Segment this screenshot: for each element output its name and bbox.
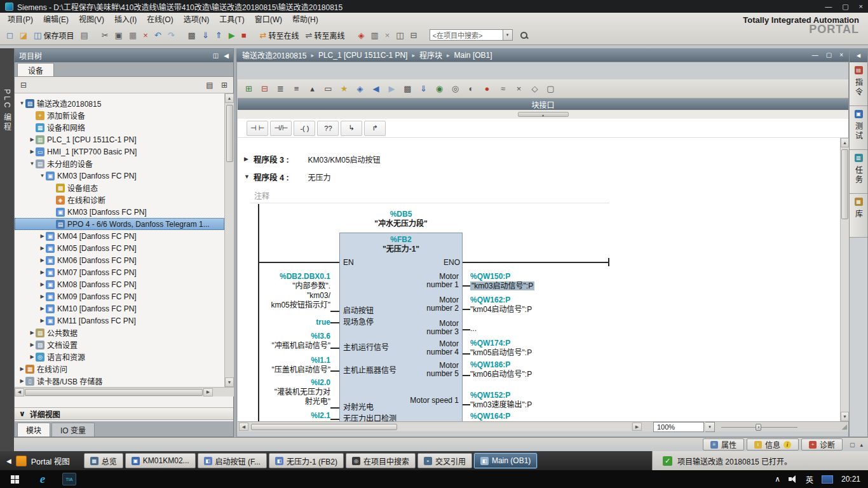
- open-editor-button[interactable]: ◧ 启动按钮 (F...: [198, 453, 267, 468]
- minimize-icon[interactable]: —: [825, 3, 832, 11]
- network-4-comment[interactable]: 无压力: [308, 172, 331, 182]
- tree-item[interactable]: ▶ ▣ KM11 [Danfoss FC PN]: [15, 315, 224, 327]
- resize-grip-icon[interactable]: ◢: [842, 423, 847, 431]
- menu-item[interactable]: 编辑(E): [38, 13, 74, 24]
- tree-item[interactable]: ▶ ▣ KM07 [Danfoss FC PN]: [15, 266, 224, 278]
- tree-expander-icon[interactable]: ▶: [29, 137, 36, 142]
- ime-icon[interactable]: [822, 475, 833, 484]
- go-online-button[interactable]: ⇄ 转至在线: [257, 27, 302, 43]
- scroll-left-icon[interactable]: ◀: [239, 423, 248, 431]
- output-operand-address[interactable]: %QW150:P: [470, 272, 510, 281]
- detail-tab[interactable]: IO 变量: [51, 423, 95, 437]
- tree-vertical-scrollbar[interactable]: ▲ ▼: [224, 93, 234, 387]
- detach-editor-icon[interactable]: ▢: [543, 81, 558, 96]
- tree-item[interactable]: ▤ PPO 4 - 6/6 Words, Danfoss Telegram 1.…: [15, 218, 224, 230]
- scroll-up-icon[interactable]: ▲: [225, 93, 234, 103]
- scroll-down-icon[interactable]: ▼: [841, 412, 849, 421]
- menu-item[interactable]: 帮助(H): [287, 13, 323, 24]
- tree-item[interactable]: ▶ ▣ KM04 [Danfoss FC PN]: [15, 230, 224, 242]
- contact-no-icon[interactable]: ⊣ ⊢: [247, 121, 268, 136]
- cross-reference-icon[interactable]: ×: [512, 81, 526, 96]
- detail-tab[interactable]: 模块: [17, 423, 50, 437]
- snapshot-icon[interactable]: ◎: [448, 81, 463, 96]
- menu-item[interactable]: 视图(V): [74, 13, 109, 24]
- zoom-level-value[interactable]: 100%: [653, 422, 704, 432]
- scroll-up-icon[interactable]: ▲: [841, 138, 849, 147]
- go-offline-button[interactable]: ⇌ 转至离线: [303, 27, 348, 43]
- tree-expander-icon[interactable]: ▶: [39, 233, 46, 239]
- network-expander-icon[interactable]: ▶: [244, 156, 254, 162]
- tree-expander-icon[interactable]: ▶: [29, 330, 36, 336]
- inspector-tab[interactable]: + 诊断: [801, 438, 843, 451]
- task-card-collapse-icon[interactable]: ◀: [850, 49, 867, 62]
- input-operand-name[interactable]: "灌装机无压力对: [248, 388, 330, 397]
- tree-item[interactable]: ▶ ◎ 语言和资源: [15, 351, 224, 363]
- tree-expander-icon[interactable]: ▶: [29, 342, 36, 348]
- start-button[interactable]: [0, 470, 29, 488]
- tree-item[interactable]: ▶ ▣ KM06 [Danfoss FC PN]: [15, 254, 224, 266]
- scroll-right-icon[interactable]: ▶: [632, 423, 642, 431]
- collapse-panel-icon[interactable]: ◀: [224, 52, 229, 59]
- open-editor-button[interactable]: ▣ KM01KM02...: [125, 453, 196, 468]
- menu-item[interactable]: 工具(T): [214, 13, 249, 24]
- db-instance-name[interactable]: "冲水无压力段": [339, 219, 463, 229]
- tree-item[interactable]: ◈ 在线和诊断: [15, 194, 224, 206]
- output-operand-name[interactable]: "km06启动信号":P: [470, 370, 532, 379]
- tree-item[interactable]: ▶ ▥ PLC_1 [CPU 1511C-1 PN]: [15, 133, 224, 146]
- output-operand-name[interactable]: "km04启动信号":P: [470, 305, 532, 315]
- delete-network-icon[interactable]: ⊟: [257, 81, 272, 96]
- volume-icon[interactable]: [789, 475, 797, 483]
- download-to-device-icon[interactable]: ⇓: [200, 27, 212, 43]
- tree-expander-icon[interactable]: ▼: [29, 161, 36, 166]
- empty-box-icon[interactable]: ??: [317, 121, 339, 136]
- network-comment-placeholder[interactable]: 注释: [254, 190, 269, 201]
- input-operand-name[interactable]: "冲瓶机启动信号": [248, 341, 330, 351]
- tree-expander-icon[interactable]: ▶: [39, 257, 46, 263]
- input-operand-address[interactable]: true: [248, 318, 330, 327]
- tree-expander-icon[interactable]: ▶: [29, 149, 36, 154]
- input-operand-name[interactable]: "km03/: [248, 291, 330, 301]
- input-operand-address[interactable]: %I2.1: [248, 411, 330, 421]
- paste-icon[interactable]: ▦: [126, 27, 139, 43]
- network-expander-icon[interactable]: ▼: [244, 173, 254, 180]
- tree-item[interactable]: ▶ ▣ KM10 [Danfoss FC PN]: [15, 302, 224, 315]
- settings-icon[interactable]: ◇: [527, 81, 542, 96]
- undo-icon[interactable]: ↶: [152, 27, 164, 43]
- chevron-down-icon[interactable]: ∨: [19, 409, 25, 418]
- edge-taskbar-button[interactable]: e: [29, 470, 56, 488]
- input-operand-address[interactable]: %I2.0: [248, 378, 330, 388]
- upload-from-device-icon[interactable]: ⇑: [213, 27, 225, 43]
- input-operand-name[interactable]: km05按钮指示灯": [248, 301, 330, 310]
- input-operand-name[interactable]: "内部参数".: [248, 281, 330, 291]
- split-editor-horizontal-icon[interactable]: ◫: [393, 27, 406, 43]
- redo-icon[interactable]: ↷: [165, 27, 177, 43]
- input-operand-name[interactable]: 射光电": [248, 397, 330, 407]
- network-3-header[interactable]: ▶ 程序段 3 : KM03/KM05启动按钮: [244, 153, 381, 165]
- tree-item[interactable]: ▼ ▨ 输送改造20180815: [15, 97, 224, 109]
- plc-programming-tab[interactable]: PLC 编程: [2, 89, 13, 451]
- clock[interactable]: 20:21: [841, 475, 860, 484]
- breadcrumb-segment[interactable]: 输送改造20180815: [242, 50, 306, 60]
- scrollbar-thumb[interactable]: [841, 149, 848, 219]
- scroll-down-icon[interactable]: ▼: [225, 377, 234, 387]
- interface-splitter[interactable]: ▴: [238, 110, 848, 119]
- output-operand-address[interactable]: %QW186:P: [470, 360, 510, 370]
- breadcrumb-segment[interactable]: PLC_1 [CPU 1511C-1 PN]: [318, 51, 408, 60]
- tree-item[interactable]: ▶ ▦ 在线访问: [15, 363, 224, 375]
- tree-item[interactable]: ▶ ▭ HMI_1 [KTP700 Basic PN]: [15, 146, 224, 158]
- output-operand-address[interactable]: %QW162:P: [470, 295, 510, 305]
- tree-expander-icon[interactable]: ▼: [18, 100, 25, 106]
- output-operand-name-selected[interactable]: "km03启动信号":P: [470, 281, 534, 290]
- download-block-icon[interactable]: ⇓: [416, 81, 431, 96]
- tree-item[interactable]: ▶ ▨ 文档设置: [15, 339, 224, 351]
- db-instance-address[interactable]: %DB5: [339, 210, 463, 219]
- block-interface-bar[interactable]: 块接口: [238, 98, 848, 110]
- inspector-float-icon[interactable]: ▢: [850, 442, 855, 448]
- editor-close-icon[interactable]: ×: [839, 51, 843, 58]
- output-operand-name[interactable]: "km03速度输出":P: [470, 400, 532, 410]
- open-branch-icon[interactable]: ↳: [341, 121, 362, 136]
- zoom-slider[interactable]: [721, 422, 797, 432]
- menu-item[interactable]: 窗口(W): [250, 13, 287, 24]
- inspector-tab[interactable]: i 信息 i: [747, 438, 799, 451]
- scroll-right-icon[interactable]: ▶: [203, 388, 213, 396]
